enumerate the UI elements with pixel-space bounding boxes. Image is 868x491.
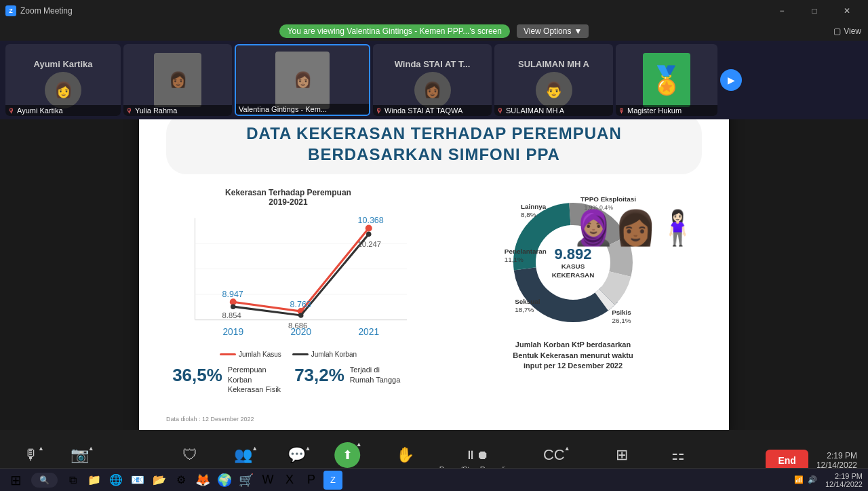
participant-tile-sulaiman[interactable]: SULAIMAN MH A 👨 🎙 SULAIMAN MH A [494,44,613,116]
taskbar-app-chrome[interactable]: 🌍 [215,471,234,490]
title-bar: Z Zoom Meeting − □ ✕ [0,0,868,22]
stat-box-1: 36,5% Perempuan Korban Kekerasan Fisik [172,365,282,394]
participant-display-name-winda: Winda STAI AT T... [395,52,471,69]
chart-legend: Jumlah Kasus Jumlah Korban [159,351,417,358]
participant-tile-valentina[interactable]: 👩🏽 Valentina Gintings - Kem... [235,44,370,116]
participant-avatar-winda: 👩🏾 [414,72,451,109]
taskbar-time: 2:19 PM [825,472,863,480]
show-captions-icon: CC ▲ [543,446,565,464]
chart-subtitle-text: 2019-2021 [269,197,307,207]
taskbar-app-explorer[interactable]: 📂 [150,471,169,490]
svg-text:8,8%: 8,8% [521,211,536,218]
taskbar-app-store[interactable]: 🛒 [237,471,256,490]
svg-text:8.763: 8.763 [290,300,311,309]
taskbar-app-excel[interactable]: X [280,471,299,490]
participant-name-text-yulia: Yulia Rahma [135,106,177,115]
mic-muted-icon-magister: 🎙 [618,107,625,115]
mic-muted-icon-sulaiman: 🎙 [497,107,504,115]
svg-point-12 [298,313,304,319]
svg-text:Penelantaran: Penelantaran [505,248,547,255]
breakout-rooms-icon: ⊞ [616,446,628,464]
close-button[interactable]: ✕ [831,0,863,22]
svg-text:8.947: 8.947 [222,290,243,299]
raise-hand-icon: ✋ [396,446,414,464]
participant-name-bar-ayumi: 🎙 Ayumi Kartika [5,105,121,116]
search-icon: 🔍 [39,475,50,485]
taskbar-app-taskview[interactable]: ⧉ [63,471,82,490]
taskbar-app-ppt[interactable]: P [302,471,321,490]
legend-kasus-label: Jumlah Kasus [239,351,281,358]
legend-kasus: Jumlah Kasus [220,351,281,358]
legend-korban: Jumlah Korban [292,351,357,358]
taskbar-app-zoom[interactable]: Z [323,471,342,490]
participant-avatar-magister: 🏅 [643,53,690,107]
taskbar-app-mail[interactable]: 📧 [128,471,147,490]
participant-tile-magister[interactable]: 🏅 🎙 Magister Hukum [616,44,717,116]
network-icon: 📶 [794,475,804,484]
windows-search[interactable]: 🔍 [31,473,58,488]
svg-text:Seksual: Seksual [515,298,540,305]
participant-tile-ayumi[interactable]: Ayumi Kartika 👩 🎙 Ayumi Kartika [5,44,121,116]
video-caret: ▲ [88,445,94,452]
participants-caret: ▲ [252,445,258,452]
participant-avatar-valentina: 👩🏽 [275,52,330,109]
chart-title: Kekerasan Terhadap Perempuan 2019-2021 [159,188,417,207]
share-screen-caret: ▲ [356,441,362,448]
mic-muted-icon: 🎙 [8,107,15,115]
legend-korban-label: Jumlah Korban [311,351,357,358]
participant-name-text-sulaiman: SULAIMAN MH A [506,106,564,115]
minimize-button[interactable]: − [766,0,797,22]
view-options-label: View Options [524,26,571,36]
chart-title-text: Kekerasan Terhadap Perempuan [225,188,351,197]
security-icon: 🛡 [182,446,197,464]
volume-icon: 🔊 [808,475,817,484]
svg-text:2019: 2019 [222,327,243,337]
taskbar-app-settings[interactable]: ⚙ [172,471,191,490]
windows-start-button[interactable]: ⊞ [0,467,31,492]
participant-avatar-yulia: 👩🏾 [154,53,201,107]
participant-display-name-ayumi: Ayumi Kartika [34,52,93,69]
taskbar-app-word[interactable]: W [258,471,277,490]
svg-text:2021: 2021 [358,327,379,337]
participant-tile-winda[interactable]: Winda STAI AT T... 👩🏾 🎙 Winda STAI AT TA… [373,44,492,116]
time-text: 2:19 PM [816,451,857,460]
participant-name-text-winda: Winda STAI AT TAQWA [384,106,462,115]
view-options-button[interactable]: View Options ▼ [517,24,589,38]
taskbar-app-firefox[interactable]: 🦊 [193,471,212,490]
taskbar-date: 12/14/2022 [825,480,863,488]
maximize-button[interactable]: □ [799,0,830,22]
time-display: 2:19 PM 12/14/2022 [816,451,857,470]
pause-stop-icon: ⏸⏺ [465,448,489,463]
svg-text:KEKERASAN: KEKERASAN [552,271,595,279]
svg-text:10.247: 10.247 [358,240,381,248]
svg-text:9.892: 9.892 [554,246,591,262]
participant-name-text-ayumi: Ayumi Kartika [17,106,63,115]
participant-name-bar-valentina: Valentina Gintings - Kem... [236,104,369,115]
svg-point-10 [366,225,372,232]
chevron-down-icon: ▼ [574,26,582,36]
svg-text:8.686: 8.686 [288,321,307,330]
window-title: Zoom Meeting [20,6,73,16]
system-tray-icons: 📶 🔊 [794,475,817,484]
taskbar-app-edge[interactable]: 🌐 [106,471,125,490]
title-bar-controls: − □ ✕ [766,0,863,22]
slide-title-area: DATA KEKERASAN TERHADAP PEREMPUAN BERDAS… [166,113,702,174]
stat-pct-1: 36,5% [172,365,222,386]
participant-tile-yulia[interactable]: 👩🏾 🎙 Yulia Rahma [123,44,232,116]
taskbar-app-files[interactable]: 📁 [85,471,104,490]
start-video-icon: 📷 ▲ [71,446,89,464]
next-participants-arrow[interactable]: ▶ [720,69,742,91]
view-toggle-button[interactable]: ▢ View [833,26,861,36]
notification-bar: You are viewing Valentina Gintings - Kem… [0,22,868,41]
stats-row: 36,5% Perempuan Korban Kekerasan Fisik 7… [159,365,417,394]
stat-box-2: 73,2% Terjadi di Rumah Tangga [294,365,404,394]
slide-title: DATA KEKERASAN TERHADAP PEREMPUAN BERDAS… [180,123,688,165]
svg-text:8.854: 8.854 [222,311,241,319]
slide-body: Kekerasan Terhadap Perempuan 2019-2021 2… [139,181,729,425]
people-figures: 🧕🏽👩🏾🧍🏻‍♀️ [572,208,698,248]
zoom-logo: Z [5,5,16,16]
svg-text:10.368: 10.368 [358,216,384,225]
participant-name-bar-sulaiman: 🎙 SULAIMAN MH A [494,105,613,116]
apps-icon: ⚏ [671,446,685,464]
share-screen-icon: ⬆ ▲ [335,442,361,468]
